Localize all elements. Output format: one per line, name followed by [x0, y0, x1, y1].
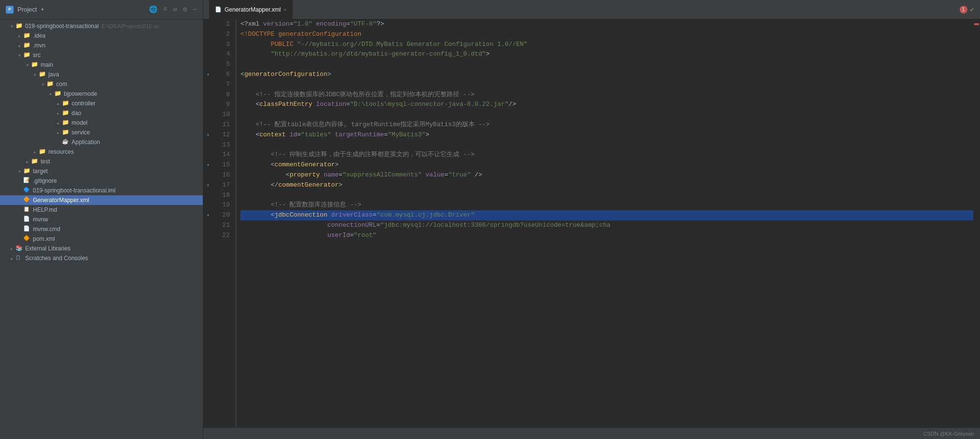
tree-label-src: src [33, 52, 41, 59]
project-sidebar: ▾ 📁 019-springboot-transactional E:\IDEA… [0, 19, 203, 439]
arrow-dao: ▸ [54, 111, 62, 116]
folder-icon-bjpowernode: 📁 [54, 90, 62, 98]
tree-item-main[interactable]: ▾ 📁 main [0, 60, 203, 70]
editor-content: ▾▾▾▾▾ 1234567891011121314151617181920212… [203, 19, 980, 427]
arrow-target: ▾ [15, 169, 23, 174]
editor-area: ▾▾▾▾▾ 1234567891011121314151617181920212… [203, 19, 980, 439]
tree-label-bjpowernode: bjpowernode [64, 90, 97, 97]
tree-item-service[interactable]: ▸ 📁 service [0, 128, 203, 137]
arrow-external: ▸ [8, 246, 15, 251]
project-icon: P [6, 6, 14, 14]
tree-item-pomxml[interactable]: ▸ 🔶 pom.xml [0, 234, 203, 244]
tree-item-controller[interactable]: ▸ 📁 controller [0, 99, 203, 108]
project-tree: ▾ 📁 019-springboot-transactional E:\IDEA… [0, 19, 203, 439]
minimize-icon[interactable]: — [193, 5, 197, 14]
tree-label-target: target [33, 168, 48, 175]
tree-item-mvn[interactable]: ▸ 📁 .mvn [0, 41, 203, 50]
editor-right-actions: 1 ✔ [960, 5, 974, 14]
expand-icon[interactable]: ⇄ [173, 5, 177, 14]
editor-tabs-bar: 📄 GeneratorMapper.xml × 1 ✔ [203, 0, 980, 19]
arrow-src: ▾ [15, 53, 23, 58]
tree-item-mvnw[interactable]: ▸ 📄 mvnw [0, 215, 203, 224]
file-icon-application: ☕ [62, 138, 70, 146]
tab-close-button[interactable]: × [284, 7, 286, 13]
tab-generatormapper[interactable]: 📄 GeneratorMapper.xml × [209, 0, 293, 19]
tree-label-resources: resources [48, 148, 74, 155]
folder-icon-main: 📁 [31, 61, 39, 69]
folder-icon-service: 📁 [62, 129, 70, 136]
folder-icon-model: 📁 [62, 119, 70, 127]
file-icon-generatormapper: 🔶 [23, 196, 31, 204]
line-numbers: 12345678910111213141516171819202122 [213, 19, 236, 427]
tree-item-application[interactable]: ▸ ☕ Application [0, 137, 203, 147]
folder-icon-target: 📁 [23, 167, 31, 175]
file-icon-iml: 🔷 [23, 187, 31, 194]
tree-label-scratches: Scratches and Consoles [25, 255, 88, 262]
title-bar: P Project ▾ 🌐 ≡ ⇄ ⚙ — 📄 GeneratorMapper.… [0, 0, 980, 19]
tree-item-bjpowernode[interactable]: ▾ 📁 bjpowernode [0, 89, 203, 99]
folder-icon-src: 📁 [23, 51, 31, 59]
settings-icon[interactable]: ⚙ [183, 5, 187, 14]
folder-icon-root: 📁 [15, 22, 23, 30]
tree-item-dao[interactable]: ▸ 📁 dao [0, 108, 203, 118]
status-bar: CSDN @KK-Greyson [203, 427, 980, 439]
arrow-root: ▾ [8, 24, 15, 29]
folder-icon-mvn: 📁 [23, 42, 31, 49]
error-indicator [974, 23, 979, 25]
tree-item-java[interactable]: ▾ 📁 java [0, 70, 203, 79]
tree-item-mvnwcmd[interactable]: ▸ 📄 mvnw.cmd [0, 224, 203, 234]
tree-item-generatormapper[interactable]: ▸ 🔶 GeneratorMapper.xml [0, 195, 203, 205]
tree-item-idea[interactable]: ▸ 📁 .idea [0, 31, 203, 41]
folder-icon-test: 📁 [31, 158, 39, 165]
tree-label-root: 019-springboot-transactional [25, 23, 99, 29]
tree-label-idea: .idea [33, 32, 45, 39]
tree-label-mvnw: mvnw [33, 216, 48, 223]
arrow-controller: ▸ [54, 101, 62, 106]
tree-item-gitignore[interactable]: ▸ 📝 .gitignore [0, 176, 203, 186]
file-icon-mvnwcmd: 📄 [23, 225, 31, 233]
tree-path-root: E:\IDEA\Projects\019-sp [102, 23, 159, 29]
code-editor[interactable]: <?xml version="1.0" encoding="UTF-8"?><!… [237, 19, 973, 427]
tree-label-com: com [56, 81, 67, 88]
tree-item-root[interactable]: ▾ 📁 019-springboot-transactional E:\IDEA… [0, 21, 203, 31]
folder-icon-controller: 📁 [62, 100, 70, 107]
tree-label-test: test [41, 158, 50, 165]
main-content: ▾ 📁 019-springboot-transactional E:\IDEA… [0, 19, 980, 439]
fold-gutter: ▾▾▾▾▾ [203, 19, 213, 427]
project-label: Project [17, 6, 37, 13]
arrow-main: ▾ [23, 62, 31, 68]
folder-icon-com: 📁 [46, 80, 54, 88]
project-dropdown-arrow[interactable]: ▾ [41, 6, 44, 13]
tree-item-com[interactable]: ▾ 📁 com [0, 79, 203, 89]
locate-icon[interactable]: 🌐 [149, 5, 157, 14]
line-gutter: ▾▾▾▾▾ 1234567891011121314151617181920212… [203, 19, 237, 427]
tree-item-model[interactable]: ▸ 📁 model [0, 118, 203, 128]
tree-label-external: External Libraries [25, 245, 70, 252]
folder-icon-resources: 📁 [39, 148, 46, 156]
arrow-idea: ▸ [15, 33, 23, 39]
tree-item-external[interactable]: ▸ 📚 External Libraries [0, 244, 203, 253]
tree-label-mvn: .mvn [33, 42, 45, 49]
tree-item-test[interactable]: ▸ 📁 test [0, 157, 203, 166]
tree-item-scratches[interactable]: ▸ 🗒 Scratches and Consoles [0, 253, 203, 263]
tree-item-helpmd[interactable]: ▸ 📋 HELP.md [0, 205, 203, 215]
tree-label-controller: controller [72, 100, 95, 107]
tree-label-generatormapper: GeneratorMapper.xml [33, 197, 89, 204]
project-panel-header: P Project ▾ 🌐 ≡ ⇄ ⚙ — [0, 0, 203, 19]
tree-label-service: service [72, 129, 90, 136]
project-toolbar-icons: 🌐 ≡ ⇄ ⚙ — [149, 5, 197, 14]
tree-label-application: Application [72, 139, 100, 146]
arrow-resources: ▸ [31, 149, 39, 155]
tree-item-target[interactable]: ▾ 📁 target [0, 166, 203, 176]
collapse-all-icon[interactable]: ≡ [163, 5, 167, 14]
arrow-java: ▾ [31, 72, 39, 77]
arrow-com: ▾ [39, 82, 46, 87]
tab-filename: GeneratorMapper.xml [225, 6, 281, 13]
tree-item-iml[interactable]: ▸ 🔷 019-springboot-transactional.iml [0, 186, 203, 195]
tree-item-resources[interactable]: ▸ 📁 resources [0, 147, 203, 157]
folder-icon-java: 📁 [39, 71, 46, 78]
arrow-scratches: ▸ [8, 256, 15, 261]
tree-item-src[interactable]: ▾ 📁 src [0, 50, 203, 60]
tree-label-gitignore: .gitignore [33, 177, 57, 184]
folder-icon-scratches: 🗒 [15, 254, 23, 262]
